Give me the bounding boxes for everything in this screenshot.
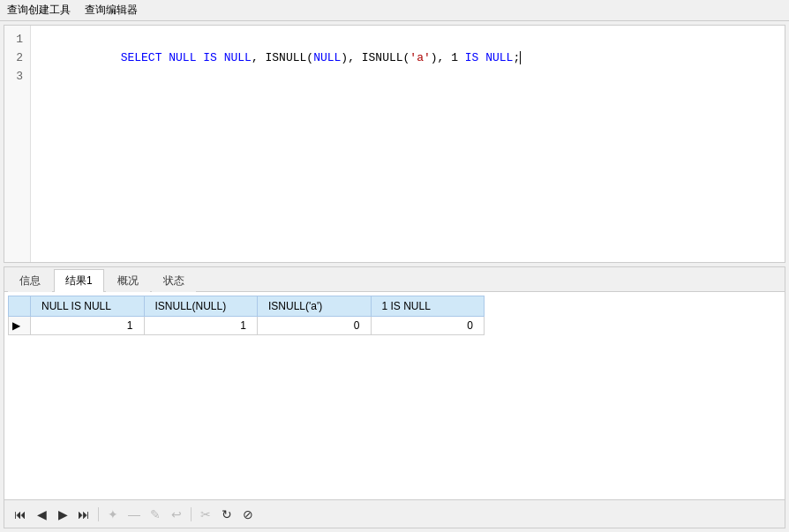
row-indicator: ▶ (9, 317, 31, 335)
col-header-isnull-a: ISNULL('a') (258, 296, 372, 317)
cut-button: ✂ (197, 506, 214, 523)
tab-result1[interactable]: 结果1 (54, 269, 104, 292)
cell-isnull-a: 0 (258, 317, 372, 335)
first-button[interactable]: ⏮ (11, 506, 29, 523)
menu-bar: 查询创建工具 查询编辑器 (0, 0, 789, 21)
col-header-isnull-null: ISNULL(NULL) (144, 296, 258, 317)
cell-isnull-null: 1 (144, 317, 258, 335)
undo-button: ↩ (168, 506, 185, 523)
editor-area: 1 2 3 SELECT NULL IS NULL, ISNULL(NULL),… (4, 25, 785, 263)
tab-status[interactable]: 状态 (152, 269, 196, 292)
tab-overview[interactable]: 概况 (106, 269, 150, 292)
code-line-1: SELECT NULL IS NULL, ISNULL(NULL), ISNUL… (93, 51, 528, 64)
line-numbers: 1 2 3 (4, 26, 31, 262)
table-row: ▶ 1 1 0 0 (9, 317, 485, 335)
col-header-null-is-null: NULL IS NULL (31, 296, 145, 317)
line-num-1: 1 (11, 31, 23, 49)
add-button: ✦ (104, 506, 122, 523)
menu-query-editor[interactable]: 查询编辑器 (78, 1, 145, 19)
line-num-2: 2 (11, 49, 23, 68)
line-num-3: 3 (11, 68, 23, 86)
prev-button[interactable]: ◀ (33, 506, 50, 523)
delete-button: — (125, 506, 143, 523)
toolbar-separator-2 (191, 507, 192, 521)
last-button[interactable]: ⏭ (75, 506, 93, 523)
col-header-indicator (9, 296, 31, 317)
tab-info[interactable]: 信息 (8, 269, 52, 292)
menu-query-builder[interactable]: 查询创建工具 (0, 1, 78, 19)
cell-null-is-null: 1 (31, 317, 145, 335)
tabs-bar: 信息 结果1 概况 状态 (4, 267, 785, 292)
bottom-toolbar: ⏮ ◀ ▶ ⏭ ✦ — ✎ ↩ ✂ ↻ ⊘ (4, 499, 785, 528)
main-content: 1 2 3 SELECT NULL IS NULL, ISNULL(NULL),… (0, 21, 789, 532)
results-area: NULL IS NULL ISNULL(NULL) ISNULL('a') 1 … (4, 292, 785, 499)
table-header-row: NULL IS NULL ISNULL(NULL) ISNULL('a') 1 … (9, 296, 485, 317)
results-table: NULL IS NULL ISNULL(NULL) ISNULL('a') 1 … (8, 296, 485, 335)
editor-inner: 1 2 3 SELECT NULL IS NULL, ISNULL(NULL),… (4, 26, 785, 262)
clear-button[interactable]: ⊘ (239, 506, 257, 523)
bottom-panel: 信息 结果1 概况 状态 NULL IS NULL ISNULL(NULL) I… (4, 266, 785, 528)
code-editor[interactable]: SELECT NULL IS NULL, ISNULL(NULL), ISNUL… (31, 26, 785, 262)
col-header-1-is-null: 1 IS NULL (371, 296, 485, 317)
edit-button: ✎ (147, 506, 164, 523)
refresh-button[interactable]: ↻ (218, 506, 236, 523)
cell-1-is-null: 0 (371, 317, 485, 335)
next-button[interactable]: ▶ (54, 506, 71, 523)
toolbar-separator-1 (98, 507, 99, 521)
